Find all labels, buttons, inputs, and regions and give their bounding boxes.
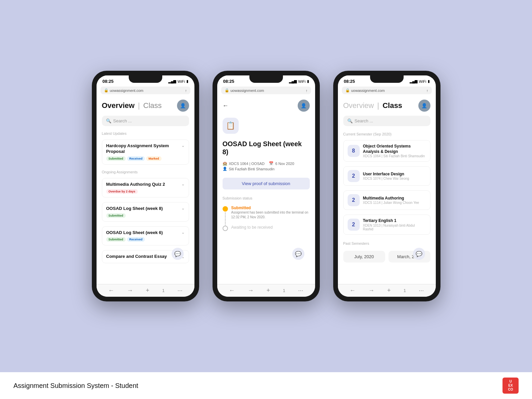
list-item[interactable]: Hardcopy Assignment System Proposal ⌄ Su… [102,139,189,165]
battery-icon-1: ▮ [186,79,188,83]
chat-fab-3[interactable]: 💬 [413,248,425,260]
proof-button[interactable]: View proof of submission [223,178,310,189]
search-icon-3: 🔍 [347,118,353,123]
footer: Assignment Submission System - Student U… [0,372,532,399]
big-title: OOSAD Log Sheet (week 8) [223,140,310,156]
more-btn-1[interactable]: ··· [177,287,182,294]
list-item[interactable]: 2 User Interface Design XDCS 1074 | Chew… [343,166,430,186]
bottom-nav-3: ← → + 1 ··· [338,284,436,297]
list-item[interactable]: 2 Tertiary English 1 XDEN 1013 | Nuraisy… [343,215,430,235]
wifi-icon-2: WiFi [298,79,306,83]
list-item[interactable]: 2 Multimedia Authoring XDCS 1114 | Julia… [343,190,430,210]
badge-overdue-1: Overdue by 2 days [106,189,138,194]
share-icon-2[interactable]: ↑ [306,89,308,93]
status-icons-3: ▂▄▆ WiFi ▮ [410,79,430,83]
class-badge-1: 2 [348,170,360,182]
phone3-content: Overview | Class 👤 🔍 Search ... Current … [338,96,436,284]
latest-updates-label: Latest Updates [102,131,189,135]
meta-info: 🏫 XDCS 1064 | OOSAD 📅 6 Nov 2020 👤 Siti … [223,161,310,171]
time-3: 08:25 [344,79,355,84]
chat-fab-2[interactable]: 💬 [292,248,304,260]
battery-icon-2: ▮ [307,79,309,83]
chevron-icon-2: ⌄ [181,206,185,211]
status-icons-2: ▂▄▆ WiFi ▮ [289,79,309,83]
timeline-item-awaiting: Awaiting to be received [223,225,310,236]
signal-icon-1: ▂▄▆ [168,79,176,83]
forward-btn-1[interactable]: → [127,287,133,294]
signal-icon-2: ▂▄▆ [289,79,297,83]
current-semester-label: Current Semester (Sep 2020) [343,132,430,136]
badge-row-0: Submitted Received Marked [106,156,185,161]
search-bar-3[interactable]: 🔍 Search ... [343,116,430,126]
lock-icon-2: 🔒 [225,88,229,93]
status-submitted-text: Submitted [231,206,310,210]
wifi-icon-1: WiFi [178,79,185,83]
timeline-item-submitted: Submitted Assignment has been submitted … [223,206,310,225]
add-btn-2[interactable]: + [267,287,270,294]
avatar-1[interactable]: 👤 [177,100,189,112]
more-btn-2[interactable]: ··· [298,287,303,294]
class-sub-2: XDCS 1114 | Julian Wong Choon Yee [363,201,426,205]
lock-icon-1: 🔒 [104,88,109,93]
add-btn-1[interactable]: + [146,287,150,294]
chevron-icon-0: ⌄ [181,143,185,148]
more-btn-3[interactable]: ··· [419,287,424,294]
share-icon-1[interactable]: ↑ [185,89,187,93]
badge-submitted-3: Submitted [106,237,126,242]
battery-icon-3: ▮ [428,79,430,83]
footer-logo: U EX CO [503,378,519,394]
share-icon-3[interactable]: ↑ [426,89,428,93]
search-icon-1: 🔍 [106,118,111,123]
signal-icon-3: ▂▄▆ [410,79,418,83]
list-item[interactable]: OOSAD Log Sheet (week 8) ⌄ Submitted [102,202,189,222]
badge-row-2: Submitted [106,213,185,218]
list-item[interactable]: 8 Object Oriented Systems Analysis & Des… [343,140,430,162]
avatar-2[interactable]: 👤 [298,100,310,112]
bottom-nav-2: ← → + 1 ··· [217,284,315,297]
back-button-2[interactable]: ← [223,102,229,109]
page1-title: Overview | Class [102,101,162,110]
phone-3: 08:25 ▂▄▆ WiFi ▮ 🔒 uowassignment.com ↑ O… [333,71,440,301]
back-btn-3[interactable]: ← [350,287,356,294]
assignment-title-2: OOSAD Log Sheet (week 8) [106,206,181,212]
tab-btn-2[interactable]: 1 [283,288,285,293]
past-sem-btn-1[interactable]: July, 2020 [343,251,385,263]
address-text-3: uowassignment.com [351,89,385,93]
page3-header: Overview | Class 👤 [343,100,430,112]
lecturer-text: Siti Fazliah Binti Shamsudin [229,167,275,171]
back-btn-1[interactable]: ← [108,287,114,294]
timeline-dot-filled [223,206,228,212]
list-item[interactable]: OOSAD Log Sheet (week 6) ⌄ Submitted Rec… [102,226,189,246]
class-sub-1: XDCS 1074 | Chew Wai Seong [363,177,426,180]
class-name-2: Multimedia Authoring [363,196,426,201]
forward-btn-2[interactable]: → [248,287,254,294]
lock-icon-3: 🔒 [345,88,350,93]
chevron-icon-1: ⌄ [181,182,185,186]
address-bar-3[interactable]: 🔒 uowassignment.com ↑ [342,87,432,94]
address-bar-1[interactable]: 🔒 uowassignment.com ↑ [101,87,190,94]
tab-btn-3[interactable]: 1 [404,288,406,293]
page1-header: Overview | Class 👤 [102,100,189,112]
tab-btn-1[interactable]: 1 [162,288,165,293]
course-text: XDCS 1064 | OOSAD [229,162,265,166]
list-item[interactable]: Multimedia Authoring Quiz 2 ⌄ Overdue by… [102,178,189,197]
badge-marked-0: Marked [146,156,162,161]
awaiting-text: Awaiting to be received [231,225,273,230]
wifi-icon-3: WiFi [419,79,426,83]
cal-icon: 📅 [269,161,274,166]
avatar-3[interactable]: 👤 [418,100,430,112]
address-bar-2[interactable]: 🔒 uowassignment.com ↑ [221,87,311,94]
search-bar-1[interactable]: 🔍 Search ... [102,116,189,126]
badge-submitted-2: Submitted [106,213,126,218]
date-text: 6 Nov 2020 [275,162,294,166]
class-badge-2: 2 [348,194,360,206]
chat-fab-1[interactable]: 💬 [172,248,184,260]
forward-btn-3[interactable]: → [368,287,374,294]
bottom-nav-1: ← → + 1 ··· [97,284,194,297]
badge-row-3: Submitted Received [106,237,185,242]
time-2: 08:25 [223,79,234,84]
timeline: Submitted Assignment has been submitted … [223,206,310,236]
search-placeholder-3: Search ... [355,118,373,123]
add-btn-3[interactable]: + [387,287,391,294]
back-btn-2[interactable]: ← [229,287,235,294]
